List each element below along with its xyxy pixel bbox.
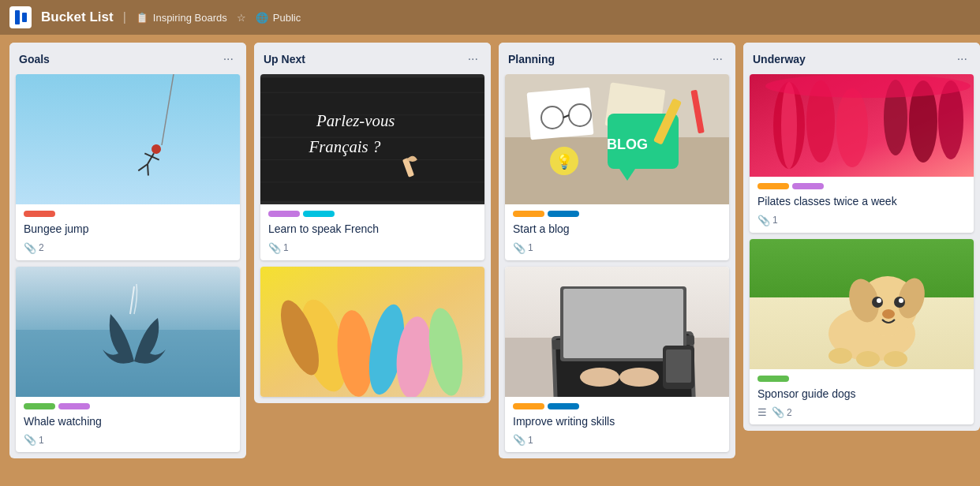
label-green-whale	[24, 403, 55, 409]
card-whale[interactable]: Whale watching 📎 1	[16, 267, 240, 453]
card-title-french: Learn to speak French	[268, 222, 477, 237]
column-menu-up-next[interactable]: ···	[465, 50, 481, 68]
card-guide-dogs[interactable]: Sponsor guide dogs ☰ 📎 2	[750, 239, 974, 425]
card-title-bungee: Bungee jump	[24, 222, 232, 237]
card-pilates[interactable]: Pilates classes twice a week 📎 1	[750, 74, 974, 233]
inspiring-boards-label: Inspiring Boards	[153, 12, 227, 24]
column-menu-underway[interactable]: ···	[954, 50, 971, 68]
card-body-writing: Improve writing skills 📎 1	[505, 397, 729, 453]
paperclip-icon-blog: 📎	[513, 242, 526, 254]
column-header-goals: Goals ···	[9, 43, 246, 74]
column-menu-goals[interactable]: ···	[220, 50, 237, 68]
column-menu-planning[interactable]: ···	[709, 50, 726, 68]
card-body-blog: Start a blog 📎 1	[505, 204, 729, 260]
column-cards-up-next: Parlez-vous Français ? Learn to	[254, 74, 491, 403]
column-cards-planning: BLOG 💡	[499, 74, 735, 458]
star-icon: ☆	[237, 12, 246, 24]
svg-point-67	[877, 298, 881, 303]
header-meta-public[interactable]: 🌐 Public	[256, 12, 301, 24]
app-header: Bucket List | 📋 Inspiring Boards ☆ 🌐 Pub…	[0, 0, 980, 35]
header-divider: |	[123, 10, 126, 24]
board: Goals ···	[0, 35, 980, 486]
card-labels-bungee	[24, 211, 232, 217]
svg-point-72	[884, 351, 907, 367]
column-cards-goals: Bungee jump 📎 2	[9, 74, 246, 458]
column-up-next: Up Next ··· Parlez-vous	[254, 43, 491, 403]
card-writing[interactable]: Improve writing skills 📎 1	[505, 267, 729, 453]
card-body-guide-dogs: Sponsor guide dogs ☰ 📎 2	[750, 369, 974, 425]
board-title[interactable]: Bucket List	[41, 9, 114, 25]
badge-attachments-writing: 📎 1	[513, 434, 533, 446]
column-cards-underway: Pilates classes twice a week 📎 1	[743, 74, 980, 431]
badge-checklist-guide-dogs: ☰	[757, 406, 767, 418]
public-label: Public	[273, 12, 301, 24]
badge-attachments-pilates: 📎 1	[757, 215, 778, 226]
column-underway: Underway ···	[743, 43, 980, 431]
svg-text:Français ?: Français ?	[309, 137, 381, 156]
label-orange-writing	[513, 403, 544, 409]
card-colorful[interactable]	[260, 267, 484, 397]
card-badges-writing: 📎 1	[513, 434, 721, 446]
card-labels-guide-dogs	[757, 376, 966, 382]
trello-logo[interactable]	[9, 6, 32, 28]
column-title-up-next: Up Next	[264, 53, 305, 65]
label-purple-pilates	[792, 183, 824, 189]
svg-point-55	[781, 82, 797, 169]
badge-attachments-french: 📎 1	[268, 242, 289, 254]
card-title-writing: Improve writing skills	[513, 414, 721, 430]
column-header-underway: Underway ···	[743, 43, 980, 74]
card-labels-french	[268, 211, 477, 217]
card-badges-guide-dogs: ☰ 📎 2	[757, 406, 966, 418]
card-title-pilates: Pilates classes twice a week	[757, 194, 966, 210]
badge-count-whale: 1	[39, 435, 44, 446]
badge-count-pilates: 1	[772, 215, 778, 226]
svg-point-71	[856, 351, 880, 367]
badge-count-guide-dogs: 2	[787, 407, 792, 418]
card-badges-french: 📎 1	[268, 242, 477, 254]
globe-icon: 🌐	[256, 12, 268, 24]
label-blue-blog	[548, 211, 579, 217]
header-meta-star[interactable]: ☆	[237, 12, 246, 24]
svg-rect-0	[16, 74, 240, 204]
badge-attachments-guide-dogs: 📎 2	[772, 406, 792, 418]
card-bungee[interactable]: Bungee jump 📎 2	[16, 74, 240, 260]
badge-count-writing: 1	[528, 435, 533, 446]
badge-attachments-bungee: 📎 2	[24, 242, 44, 254]
card-title-guide-dogs: Sponsor guide dogs	[757, 387, 966, 402]
card-blog[interactable]: BLOG 💡	[505, 74, 729, 260]
card-body-pilates: Pilates classes twice a week 📎 1	[750, 177, 974, 233]
svg-point-50	[619, 368, 659, 387]
label-purple-french	[268, 211, 300, 217]
card-labels-writing	[513, 403, 721, 409]
column-title-underway: Underway	[753, 53, 806, 65]
card-labels-blog	[513, 211, 721, 217]
label-orange-pilates	[757, 183, 789, 189]
column-header-up-next: Up Next ···	[254, 43, 491, 74]
board-icon: 📋	[136, 12, 148, 24]
svg-text:BLOG: BLOG	[607, 136, 648, 152]
card-title-blog: Start a blog	[513, 222, 721, 237]
svg-point-70	[829, 348, 852, 364]
label-purple-whale	[58, 403, 90, 409]
card-labels-whale	[24, 403, 232, 409]
label-teal-french	[303, 211, 335, 217]
paperclip-icon-pilates: 📎	[757, 215, 770, 226]
card-body-bungee: Bungee jump 📎 2	[16, 204, 240, 260]
label-green-guide-dogs	[757, 376, 789, 382]
card-labels-pilates	[757, 183, 966, 189]
card-body-french: Learn to speak French 📎 1	[260, 204, 484, 260]
label-blue-writing	[548, 403, 579, 409]
badge-count-french: 1	[283, 242, 289, 253]
badge-count-blog: 1	[528, 242, 533, 253]
badge-attachments-blog: 📎 1	[513, 242, 533, 254]
paperclip-icon-writing: 📎	[513, 434, 526, 446]
svg-rect-27	[527, 88, 594, 140]
paperclip-icon-guide-dogs: 📎	[772, 406, 784, 418]
column-title-planning: Planning	[508, 53, 555, 65]
card-badges-bungee: 📎 2	[24, 242, 232, 254]
svg-point-49	[580, 368, 619, 387]
header-meta-inspiring[interactable]: 📋 Inspiring Boards	[136, 12, 227, 24]
card-french[interactable]: Parlez-vous Français ? Learn to	[260, 74, 484, 260]
paperclip-icon-whale: 📎	[24, 434, 36, 446]
svg-text:💡: 💡	[555, 153, 574, 170]
